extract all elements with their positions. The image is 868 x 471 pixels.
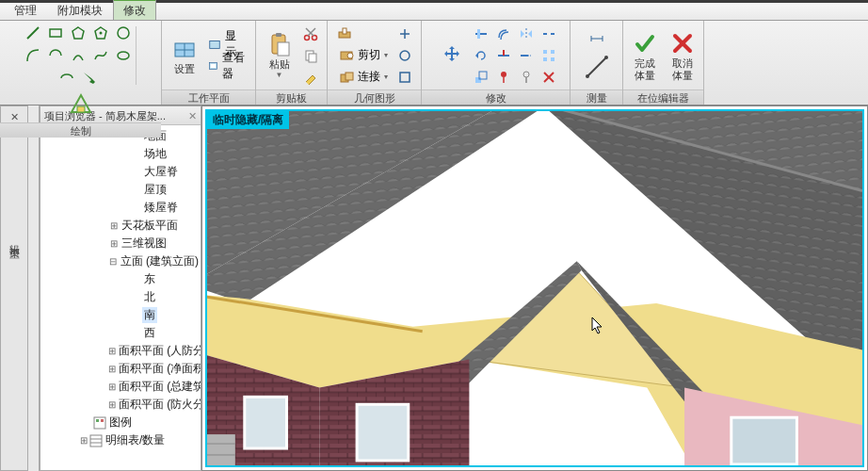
collapse-icon[interactable]: ⊟ [108,256,118,267]
tree-area1[interactable]: ⊞面积平面 (人防分区面 [40,342,201,360]
schedule-icon [89,434,103,447]
draw-ellipse-button[interactable] [113,45,134,66]
paste-button[interactable]: 粘贴 ▼ [262,28,297,82]
svg-rect-24 [343,28,346,34]
draw-polygon2-button[interactable] [90,23,111,43]
tree-legend[interactable]: 图例 [40,414,201,431]
tree-roof[interactable]: 屋顶 [40,181,201,199]
geom-small2-button[interactable] [394,45,415,66]
geom-join-button[interactable]: 连接▾ [334,67,393,88]
draw-line-button[interactable] [23,23,43,43]
geom-small3-button[interactable] [394,67,415,88]
left-dock: ✕ 辑类型 [0,106,40,471]
draw-arc-button[interactable] [23,45,43,66]
workplane-settings-button[interactable]: 设置 [168,33,201,77]
tree-south[interactable]: 南 [40,306,201,324]
svg-rect-91 [731,417,797,464]
tree-west[interactable]: 西 [40,324,201,342]
scale-button[interactable] [471,67,491,88]
svg-marker-35 [528,30,532,38]
svg-rect-15 [276,33,281,37]
offset-button[interactable] [493,24,514,44]
finish-mass-button[interactable]: 完成 体量 [628,27,662,84]
cut-button[interactable] [300,24,321,44]
tree-area3[interactable]: ⊞面积平面 (总建筑面积 [40,378,201,396]
svg-marker-34 [521,30,524,38]
panel-clipboard: 粘贴 ▼ 剪贴板 [256,21,328,105]
draw-arc3-button[interactable] [68,45,88,66]
draw-pick-button[interactable] [79,68,100,89]
svg-point-60 [604,56,608,59]
viewport-3d[interactable]: 临时隐藏/隔离 [201,106,868,471]
align-button[interactable] [471,24,491,44]
svg-rect-47 [475,77,481,83]
tree-north[interactable]: 北 [40,288,201,306]
workplane-viewer-button[interactable]: 查看器 [203,56,249,76]
svg-line-58 [587,57,606,76]
tree-elev[interactable]: ⊟立面 (建筑立面) [40,252,201,270]
aligned-dim-button[interactable] [587,28,607,49]
svg-rect-45 [543,57,547,61]
draw-circle-button[interactable] [113,23,134,43]
browser-close-icon[interactable]: ✕ [188,106,197,125]
tree-bigridge[interactable]: 大屋脊 [40,163,201,181]
draw-ellipsearc-button[interactable] [56,68,77,89]
properties-palette-collapsed[interactable]: ✕ 辑类型 [0,106,28,471]
expand-icon[interactable]: ⊞ [108,382,116,392]
unpin-button[interactable] [516,67,537,88]
expand-icon[interactable]: ⊞ [108,220,119,231]
svg-rect-89 [245,397,287,448]
tree-east[interactable]: 东 [40,270,201,288]
svg-rect-63 [94,417,105,429]
copy-button[interactable] [300,45,321,66]
svg-point-49 [501,72,506,77]
svg-rect-32 [477,29,480,39]
draw-rect-button[interactable] [45,23,66,43]
tab-addons[interactable]: 附加模块 [47,0,113,20]
tree-area4[interactable]: ⊞面积平面 (防火分区面 [40,396,201,414]
tab-manage[interactable]: 管理 [4,0,47,20]
geom-cut-label: 剪切 [358,47,380,63]
draw-arc2-button[interactable] [45,45,66,66]
delete-button[interactable] [538,67,559,88]
array-button[interactable] [538,45,559,66]
panel-clipboard-title: 剪贴板 [256,89,327,105]
draw-polygon-button[interactable] [68,23,88,43]
split-button[interactable] [538,24,559,44]
extend-button[interactable] [516,45,537,66]
draw-shape-button[interactable] [63,89,99,121]
trim-button[interactable] [493,45,514,66]
tree-ceilingplan[interactable]: ⊞天花板平面 [40,217,201,235]
project-tree[interactable]: 地面 场地 大屋脊 屋顶 矮屋脊 ⊞天花板平面 ⊞三维视图 ⊟立面 (建筑立面)… [40,125,201,470]
expand-icon[interactable]: ⊞ [108,399,116,410]
cope-button[interactable] [334,24,355,44]
svg-rect-66 [90,435,102,447]
panel-modify-title: 修改 [422,89,570,105]
measure-button[interactable] [579,51,615,83]
cancel-mass-button[interactable]: 取消 体量 [666,27,699,84]
move-button[interactable] [433,40,471,72]
pin-button[interactable] [493,67,514,88]
view-border: 临时隐藏/隔离 [205,109,864,467]
tree-3dview[interactable]: ⊞三维视图 [40,235,201,252]
expand-icon[interactable]: ⊞ [108,364,116,374]
tree-schedule[interactable]: ⊞明细表/数量 [40,431,201,449]
geom-small1-button[interactable] [394,24,415,44]
draw-spline-button[interactable] [90,45,111,66]
rotate-button[interactable] [471,45,491,66]
geom-join-label: 连接 [358,69,380,85]
tree-site[interactable]: 场地 [40,145,201,163]
svg-rect-30 [400,73,410,82]
mirror-button[interactable] [516,24,537,44]
expand-icon[interactable]: ⊞ [78,435,88,446]
panel-inplace-title: 在位编辑器 [623,89,703,105]
expand-icon[interactable]: ⊞ [108,238,119,249]
match-button[interactable] [300,67,321,88]
expand-icon[interactable]: ⊞ [108,346,116,356]
tab-modify[interactable]: 修改 [113,0,156,20]
panel-modify: 修改 [422,21,571,105]
tree-lowridge[interactable]: 矮屋脊 [40,199,201,217]
geom-cut-button[interactable]: 剪切▾ [334,45,393,66]
tree-area2[interactable]: ⊞面积平面 (净面积) [40,360,201,378]
paste-label: 粘贴 [269,58,290,70]
